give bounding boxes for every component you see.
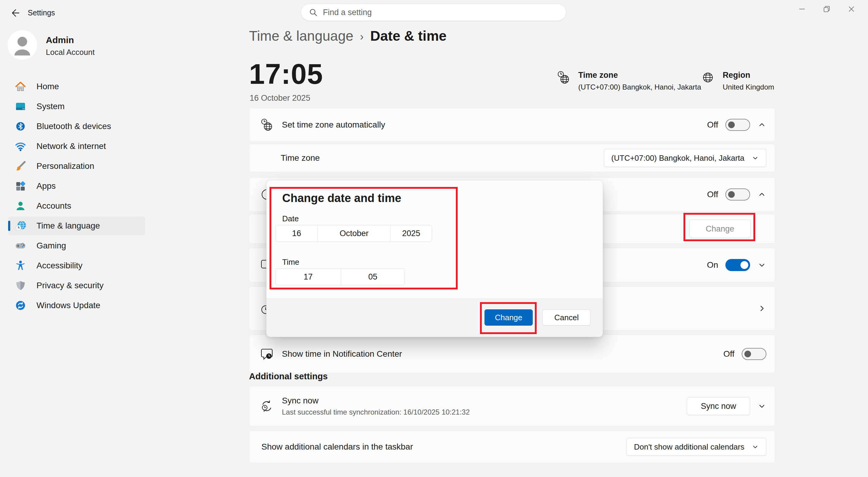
dialog-footer: Change Cancel — [267, 298, 603, 337]
region-globe-icon — [701, 70, 715, 91]
set-timezone-auto-state: Off — [707, 120, 718, 130]
timezone-auto-icon — [260, 118, 274, 131]
date-label: Date — [282, 214, 299, 223]
window-controls — [789, 0, 864, 19]
additional-settings-header: Additional settings — [249, 372, 328, 381]
sidebar-item-label: Privacy & security — [36, 281, 104, 290]
notification-center-state: Off — [723, 349, 735, 359]
sidebar-item-label: System — [36, 102, 64, 111]
settings-window: Settings Admin Local Account Home — [0, 0, 868, 477]
set-timezone-auto-toggle[interactable] — [725, 119, 750, 131]
sync-now-description: Last successful time synchronization: 16… — [282, 408, 470, 416]
close-button[interactable] — [839, 0, 864, 18]
additional-calendars-dropdown[interactable]: Don't show additional calendars — [626, 438, 766, 456]
user-account-type: Local Account — [46, 47, 95, 57]
set-time-auto-toggle[interactable] — [725, 188, 750, 200]
restore-button[interactable] — [814, 0, 839, 18]
sync-clock-icon — [260, 400, 274, 413]
time-picker: 17 05 — [275, 268, 405, 285]
shield-icon — [14, 280, 27, 292]
sidebar-item-home[interactable]: Home — [8, 77, 145, 96]
notification-center-toggle[interactable] — [742, 348, 766, 360]
sidebar-item-accessibility[interactable]: Accessibility — [8, 256, 145, 275]
chevron-down-icon[interactable] — [757, 402, 766, 411]
timezone-summary: Time zone (UTC+07:00) Bangkok, Hanoi, Ja… — [557, 70, 701, 91]
year-select[interactable]: 2025 — [391, 225, 432, 242]
update-icon — [14, 299, 27, 312]
notification-clock-icon — [260, 347, 274, 361]
search-input[interactable] — [323, 8, 558, 17]
daylight-saving-toggle[interactable] — [725, 259, 750, 271]
timezone-globe-icon — [557, 70, 570, 91]
sidebar-item-label: Gaming — [36, 241, 66, 251]
sidebar-item-network-internet[interactable]: Network & internet — [8, 137, 145, 156]
chevron-up-icon[interactable] — [757, 190, 766, 199]
sidebar-item-label: Bluetooth & devices — [36, 122, 111, 131]
dialog-title: Change date and time — [282, 192, 401, 205]
sidebar-item-bluetooth-devices[interactable]: Bluetooth & devices — [8, 117, 145, 136]
apps-icon — [14, 180, 27, 192]
additional-calendars-label: Show additional calendars in the taskbar — [261, 442, 413, 452]
region-summary: Region United Kingdom — [701, 70, 774, 91]
wifi-icon — [14, 140, 27, 152]
day-select[interactable]: 16 — [276, 225, 317, 242]
sidebar-item-label: Network & internet — [36, 141, 106, 151]
minimize-button[interactable] — [789, 0, 814, 18]
set-timezone-auto-label: Set time zone automatically — [282, 120, 385, 130]
sidebar-item-system[interactable]: System — [8, 97, 145, 116]
region-summary-title: Region — [723, 70, 774, 80]
sync-now-row: Sync now Last successful time synchroniz… — [249, 386, 775, 426]
sidebar-item-privacy-security[interactable]: Privacy & security — [8, 276, 145, 295]
accessibility-icon — [14, 260, 27, 272]
change-datetime-button[interactable]: Change — [689, 220, 751, 238]
sync-now-button[interactable]: Sync now — [687, 397, 750, 415]
dialog-change-button[interactable]: Change — [485, 309, 533, 326]
sidebar-item-label: Accounts — [36, 201, 71, 211]
dialog-cancel-button[interactable]: Cancel — [542, 309, 591, 326]
sidebar-item-time-language[interactable]: Time & language — [8, 217, 145, 235]
timezone-summary-value: (UTC+07:00) Bangkok, Hanoi, Jakarta — [578, 83, 701, 91]
month-select[interactable]: October — [317, 225, 390, 242]
sidebar-item-gaming[interactable]: Gaming — [8, 236, 145, 255]
additional-calendars-row: Show additional calendars in the taskbar… — [249, 431, 775, 463]
sidebar-item-apps[interactable]: Apps — [8, 177, 145, 195]
restore-icon — [823, 5, 831, 13]
sidebar-item-windows-update[interactable]: Windows Update — [8, 296, 145, 315]
sidebar-item-label: Windows Update — [36, 300, 100, 310]
timezone-dropdown-value: (UTC+07:00) Bangkok, Hanoi, Jakarta — [612, 154, 745, 163]
set-timezone-auto-row: Set time zone automatically Off — [249, 108, 775, 142]
sidebar-item-personalization[interactable]: Personalization — [8, 157, 145, 176]
sidebar: Admin Local Account Home System Bluetoot… — [0, 0, 157, 477]
sidebar-item-label: Home — [36, 82, 59, 91]
notification-center-row: Show time in Notification Center Off — [249, 335, 775, 373]
chevron-down-icon[interactable] — [757, 260, 766, 269]
bluetooth-icon — [14, 120, 27, 132]
sidebar-item-label: Apps — [36, 181, 56, 191]
set-time-auto-state: Off — [707, 190, 718, 199]
date-picker: 16 October 2025 — [275, 225, 432, 242]
daylight-saving-state: On — [707, 260, 718, 270]
search-box — [301, 4, 566, 21]
sidebar-item-accounts[interactable]: Accounts — [8, 197, 145, 215]
close-icon — [847, 5, 856, 13]
chevron-right-icon — [757, 304, 766, 313]
hour-select[interactable]: 17 — [276, 269, 341, 285]
avatar[interactable] — [7, 30, 37, 60]
chevron-up-icon[interactable] — [757, 120, 766, 129]
current-date: 16 October 2025 — [250, 93, 310, 103]
region-summary-value: United Kingdom — [723, 83, 774, 91]
breadcrumb: Time & language › Date & time — [249, 28, 446, 44]
timezone-select-row: Time zone (UTC+07:00) Bangkok, Hanoi, Ja… — [249, 144, 775, 172]
notification-center-label: Show time in Notification Center — [282, 349, 402, 359]
breadcrumb-separator-icon: › — [360, 29, 364, 43]
gamepad-icon — [14, 240, 27, 252]
brush-icon — [14, 160, 27, 172]
sidebar-item-label: Personalization — [36, 161, 94, 171]
home-icon — [14, 81, 27, 93]
system-icon — [14, 100, 27, 113]
sidebar-item-label: Accessibility — [36, 261, 82, 271]
breadcrumb-parent[interactable]: Time & language — [249, 28, 353, 44]
timezone-dropdown[interactable]: (UTC+07:00) Bangkok, Hanoi, Jakarta — [604, 149, 767, 167]
minute-select[interactable]: 05 — [341, 269, 405, 285]
minimize-icon — [798, 5, 806, 13]
